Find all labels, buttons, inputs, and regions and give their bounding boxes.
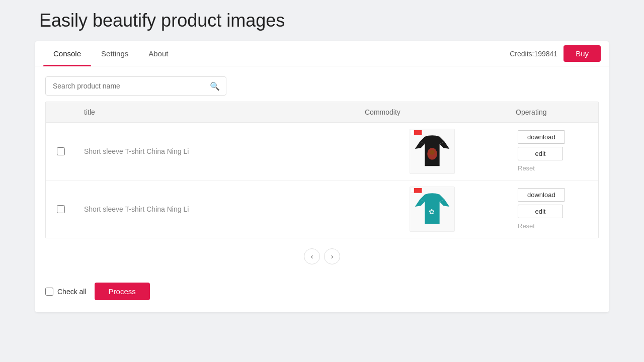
table-row: Short sleeve T-shirt China Ning Li [46, 180, 598, 238]
row-2-checkbox[interactable] [57, 205, 65, 213]
check-all-label[interactable]: Check all [45, 288, 87, 296]
row-1-checkbox-cell [46, 147, 76, 155]
row-2-download-button[interactable]: download [518, 188, 565, 202]
svg-rect-5 [411, 188, 414, 193]
table-header: title Commodity Operating [46, 102, 598, 123]
svg-rect-1 [411, 130, 414, 135]
row-1-commodity [357, 129, 508, 174]
search-input[interactable] [46, 77, 204, 95]
row-1-reset-text[interactable]: Reset [518, 163, 535, 173]
tab-console[interactable]: Console [43, 41, 91, 66]
header-operating: Operating [508, 108, 598, 116]
row-1-operating: download edit Reset [508, 130, 598, 173]
check-all-checkbox[interactable] [45, 288, 53, 296]
search-button[interactable]: 🔍 [204, 77, 226, 95]
header-checkbox [46, 108, 76, 116]
row-2-title: Short sleeve T-shirt China Ning Li [76, 205, 357, 213]
row-2-operating: download edit Reset [508, 188, 598, 231]
black-tshirt-svg [410, 129, 454, 174]
buy-button[interactable]: Buy [564, 45, 601, 62]
row-2-edit-button[interactable]: edit [518, 205, 563, 218]
search-icon: 🔍 [210, 82, 220, 90]
pagination: ‹ › [35, 238, 609, 275]
row-2-checkbox-cell [46, 205, 76, 213]
row-1-download-button[interactable]: download [518, 130, 565, 144]
check-all-text: Check all [57, 288, 87, 296]
nav-credits: Credits:199841 Buy [510, 45, 601, 62]
prev-page-button[interactable]: ‹ [304, 248, 320, 264]
product-table: title Commodity Operating Short sleeve T… [45, 102, 599, 238]
row-1-title: Short sleeve T-shirt China Ning Li [76, 147, 357, 155]
header-commodity: Commodity [357, 108, 508, 116]
svg-text:✿: ✿ [429, 208, 435, 216]
header-title: title [76, 108, 357, 116]
table-row: Short sleeve T-shirt China Ning Li [46, 123, 598, 180]
search-section: 🔍 [35, 66, 609, 102]
tab-settings[interactable]: Settings [91, 41, 138, 66]
teal-tshirt-svg: ✿ [410, 187, 454, 232]
footer-bar: Check all Process [35, 275, 609, 300]
process-button[interactable]: Process [95, 283, 150, 300]
tab-about[interactable]: About [138, 41, 178, 66]
svg-point-3 [430, 150, 435, 155]
search-box: 🔍 [45, 76, 226, 96]
row-2-commodity: ✿ [357, 187, 508, 232]
row-1-product-image [410, 129, 455, 174]
app-wrapper: Easily beautify product images Console S… [35, 10, 609, 312]
credits-text: Credits:199841 [510, 50, 557, 58]
nav-tabs: Console Settings About Credits:199841 Bu… [35, 41, 609, 66]
row-1-edit-button[interactable]: edit [518, 147, 563, 160]
app-title: Easily beautify product images [35, 10, 609, 31]
row-1-checkbox[interactable] [57, 147, 65, 155]
next-page-button[interactable]: › [324, 248, 340, 264]
main-card: Console Settings About Credits:199841 Bu… [35, 41, 609, 312]
chevron-right-icon: › [331, 252, 334, 260]
row-2-reset-text[interactable]: Reset [518, 221, 535, 231]
chevron-left-icon: ‹ [311, 252, 313, 260]
row-2-product-image: ✿ [410, 187, 455, 232]
